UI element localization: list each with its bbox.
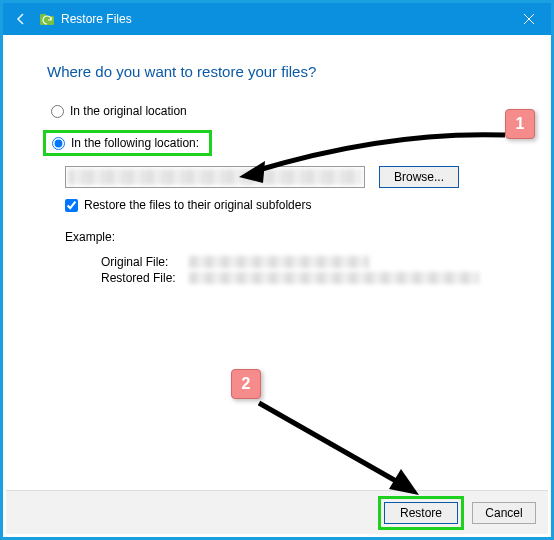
highlight-restore-button: Restore xyxy=(378,496,464,530)
restore-subfolders-label: Restore the files to their original subf… xyxy=(84,198,311,212)
example-original-value-redacted xyxy=(189,256,369,268)
dialog-content: Where do you want to restore your files?… xyxy=(3,35,551,286)
example-grid: Original File: Restored File: xyxy=(101,254,507,286)
window-title: Restore Files xyxy=(61,12,132,26)
path-row: Browse... xyxy=(65,166,507,188)
titlebar: Restore Files xyxy=(3,3,551,35)
back-icon[interactable] xyxy=(11,9,31,29)
radio-original-location[interactable]: In the original location xyxy=(47,102,507,120)
restore-path-input[interactable] xyxy=(65,166,365,188)
radio-following-label: In the following location: xyxy=(71,136,199,150)
redacted-path xyxy=(68,169,362,185)
annotation-callout-2: 2 xyxy=(231,369,261,399)
restore-subfolders-checkbox[interactable]: Restore the files to their original subf… xyxy=(65,198,507,212)
close-icon[interactable] xyxy=(506,3,551,35)
dialog-footer: Restore Cancel xyxy=(6,490,548,534)
example-heading: Example: xyxy=(65,230,507,244)
page-heading: Where do you want to restore your files? xyxy=(47,63,507,80)
radio-original-input[interactable] xyxy=(51,105,64,118)
restore-button[interactable]: Restore xyxy=(384,502,458,524)
annotation-arrow-2 xyxy=(253,399,423,499)
radio-following-input[interactable] xyxy=(52,137,65,150)
radio-original-label: In the original location xyxy=(70,104,187,118)
example-original-key: Original File: xyxy=(101,255,189,269)
example-restored-value-redacted xyxy=(189,272,479,284)
example-restored-key: Restored File: xyxy=(101,271,189,285)
restore-subfolders-input[interactable] xyxy=(65,199,78,212)
browse-button[interactable]: Browse... xyxy=(379,166,459,188)
cancel-button[interactable]: Cancel xyxy=(472,502,536,524)
radio-following-location[interactable]: In the following location: xyxy=(48,134,203,152)
app-icon xyxy=(39,11,55,27)
annotation-callout-1: 1 xyxy=(505,109,535,139)
highlight-following-location: In the following location: xyxy=(43,130,212,156)
